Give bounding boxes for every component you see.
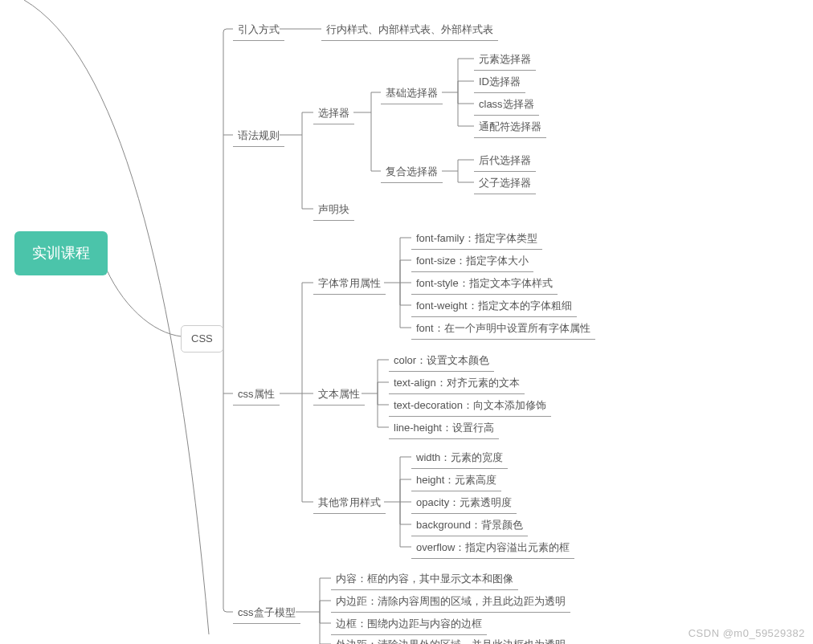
box-border[interactable]: 边框：围绕内边距与内容的边框 [331,613,487,635]
basic-id[interactable]: ID选择器 [474,71,525,93]
props-text[interactable]: 文本属性 [313,384,365,406]
box-content[interactable]: 内容：框的内容，其中显示文本和图像 [331,569,518,590]
root-label: 实训课程 [32,245,90,261]
other-opacity-label: opacity：元素透明度 [416,496,512,508]
import-detail-label: 行内样式、内部样式表、外部样式表 [326,23,493,35]
props-font-label: 字体常用属性 [318,277,381,289]
box-margin-label: 外边距：清除边界外的区域，并且此边框也为透明 [336,638,566,644]
basic-element[interactable]: 元素选择器 [474,49,536,71]
box-padding[interactable]: 内边距：清除内容周围的区域，并且此边距为透明 [331,591,570,613]
branch-import[interactable]: 引入方式 [233,19,284,41]
font-weight-label: font-weight：指定文本的字体粗细 [416,300,572,312]
other-height[interactable]: height：元素高度 [411,470,501,491]
compound-child[interactable]: 父子选择器 [474,173,536,194]
font-family[interactable]: font-family：指定字体类型 [411,228,542,250]
selector-basic-label: 基础选择器 [386,87,438,99]
other-height-label: height：元素高度 [416,474,496,486]
font-size[interactable]: font-size：指定字体大小 [411,251,533,272]
box-padding-label: 内边距：清除内容周围的区域，并且此边距为透明 [336,595,566,607]
basic-wildcard-label: 通配符选择器 [479,120,541,132]
compound-descendant-label: 后代选择器 [479,154,531,166]
branch-props-label: css属性 [238,388,275,400]
font-style-label: font-style：指定文本字体样式 [416,277,553,289]
selector-compound[interactable]: 复合选择器 [381,161,443,183]
compound-descendant[interactable]: 后代选择器 [474,150,536,172]
import-detail[interactable]: 行内样式、内部样式表、外部样式表 [321,19,498,41]
syntax-selector-label: 选择器 [318,107,349,119]
text-color-label: color：设置文本颜色 [394,354,489,366]
other-width[interactable]: width：元素的宽度 [411,447,508,469]
other-background-label: background：背景颜色 [416,519,523,531]
props-other-label: 其他常用样式 [318,496,381,508]
text-align[interactable]: text-align：对齐元素的文本 [389,373,525,394]
selector-compound-label: 复合选择器 [386,165,438,177]
compound-child-label: 父子选择器 [479,177,531,189]
basic-wildcard[interactable]: 通配符选择器 [474,116,546,138]
font-style[interactable]: font-style：指定文本字体样式 [411,273,558,295]
other-overflow[interactable]: overflow：指定内容溢出元素的框 [411,537,574,559]
css-label: CSS [191,332,213,344]
box-content-label: 内容：框的内容，其中显示文本和图像 [336,573,513,585]
text-decoration-label: text-decoration：向文本添加修饰 [394,399,546,411]
props-other[interactable]: 其他常用样式 [313,492,386,514]
text-decoration[interactable]: text-decoration：向文本添加修饰 [389,395,551,417]
basic-class[interactable]: class选择器 [474,94,539,116]
line-height-label: line-height：设置行高 [394,422,494,434]
watermark-text: CSDN @m0_59529382 [688,627,805,639]
syntax-selector[interactable]: 选择器 [313,103,354,124]
font-size-label: font-size：指定字体大小 [416,255,529,267]
css-node[interactable]: CSS [181,325,223,353]
branch-box[interactable]: css盒子模型 [233,602,300,624]
branch-syntax-label: 语法规则 [238,129,280,141]
mindmap-canvas: 实训课程 CSS 引入方式 行内样式、内部样式表、外部样式表 语法规则 选择器 … [0,0,813,644]
branch-props[interactable]: css属性 [233,384,280,406]
basic-element-label: 元素选择器 [479,53,531,65]
props-font[interactable]: 字体常用属性 [313,273,386,295]
text-color[interactable]: color：设置文本颜色 [389,350,494,372]
font-shorthand[interactable]: font：在一个声明中设置所有字体属性 [411,318,595,340]
font-family-label: font-family：指定字体类型 [416,232,537,244]
syntax-declare-label: 声明块 [318,203,349,215]
branch-import-label: 引入方式 [238,23,280,35]
font-shorthand-label: font：在一个声明中设置所有字体属性 [416,322,590,334]
branch-box-label: css盒子模型 [238,606,296,618]
other-opacity[interactable]: opacity：元素透明度 [411,492,517,514]
text-align-label: text-align：对齐元素的文本 [394,377,520,389]
font-weight[interactable]: font-weight：指定文本的字体粗细 [411,296,577,317]
other-overflow-label: overflow：指定内容溢出元素的框 [416,541,570,553]
line-height[interactable]: line-height：设置行高 [389,418,499,439]
basic-id-label: ID选择器 [479,75,521,88]
branch-syntax[interactable]: 语法规则 [233,125,284,147]
props-text-label: 文本属性 [318,388,360,400]
basic-class-label: class选择器 [479,98,534,110]
selector-basic[interactable]: 基础选择器 [381,83,443,104]
box-border-label: 边框：围绕内边距与内容的边框 [336,618,482,630]
box-margin[interactable]: 外边距：清除边界外的区域，并且此边框也为透明 [331,634,570,644]
other-background[interactable]: background：背景颜色 [411,515,528,536]
other-width-label: width：元素的宽度 [416,451,503,463]
syntax-declare[interactable]: 声明块 [313,199,354,221]
root-node[interactable]: 实训课程 [14,231,108,275]
